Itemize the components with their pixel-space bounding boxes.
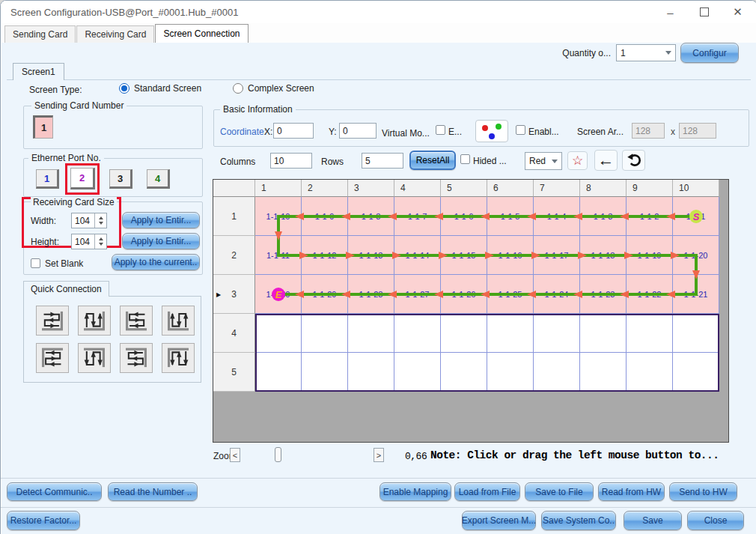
zoom-in-button[interactable]: > bbox=[374, 448, 384, 462]
apply-width-button[interactable]: Apply to Entir... bbox=[122, 212, 200, 228]
zoom-slider-thumb[interactable] bbox=[275, 447, 281, 462]
grid-cell[interactable] bbox=[627, 353, 673, 392]
quick-connection-pattern-3-icon[interactable] bbox=[120, 306, 153, 336]
grid-cell[interactable]: 1-1-5 bbox=[487, 197, 534, 236]
apply-height-button[interactable]: Apply to Entir... bbox=[122, 233, 200, 249]
spinner-arrows-icon[interactable] bbox=[94, 213, 106, 228]
reset-all-button[interactable]: ResetAll bbox=[409, 151, 456, 170]
quick-connection-pattern-7-icon[interactable] bbox=[120, 343, 153, 373]
set-blank-checkbox[interactable] bbox=[31, 258, 40, 268]
quick-connection-pattern-1-icon[interactable] bbox=[36, 306, 69, 336]
grid-cell[interactable]: 1-1-20 bbox=[673, 236, 719, 275]
save-system-button[interactable]: Save System Co.. bbox=[541, 511, 616, 530]
line-color-select[interactable]: Red bbox=[525, 152, 562, 170]
grid-cell[interactable] bbox=[394, 353, 441, 392]
grid-cell[interactable]: 1-1-3 bbox=[580, 197, 627, 236]
load-from-file-button[interactable]: Load from File bbox=[454, 482, 520, 501]
columns-input[interactable] bbox=[270, 153, 312, 169]
grid-cell[interactable]: 1-1-29 bbox=[302, 275, 348, 314]
send-to-hw-button[interactable]: Send to HW bbox=[669, 482, 737, 501]
grid-cell[interactable] bbox=[580, 353, 627, 392]
grid-cell[interactable] bbox=[580, 314, 627, 353]
quantity-select[interactable]: 1 bbox=[616, 44, 676, 61]
maximize-icon[interactable] bbox=[687, 1, 721, 23]
radio-complex-screen[interactable]: Complex Screen bbox=[233, 83, 314, 94]
tab-receiving-card[interactable]: Receiving Card bbox=[76, 25, 154, 43]
grid-cell[interactable]: 1-1-30 bbox=[255, 275, 302, 314]
grid-cell[interactable]: 1-1-11 bbox=[255, 236, 302, 275]
tab-screen-connection[interactable]: Screen Connection bbox=[155, 24, 248, 43]
grid-cell[interactable]: 1-1-6 bbox=[441, 197, 487, 236]
enable-checkbox[interactable] bbox=[516, 125, 525, 135]
ethernet-port-2-button[interactable]: 2 bbox=[70, 168, 95, 189]
coordinate-y-input[interactable] bbox=[339, 123, 377, 139]
read-from-hw-button[interactable]: Read from HW bbox=[598, 482, 665, 501]
grid-cell[interactable]: 1-1-9 bbox=[302, 197, 348, 236]
grid-cell[interactable] bbox=[487, 353, 534, 392]
quick-connection-pattern-8-icon[interactable] bbox=[162, 343, 195, 373]
back-arrow-icon[interactable]: ← bbox=[594, 150, 618, 171]
zoom-out-button[interactable]: < bbox=[230, 448, 240, 462]
grid-cell[interactable]: 1-1-8 bbox=[348, 197, 394, 236]
ethernet-port-3-button[interactable]: 3 bbox=[109, 169, 132, 189]
grid-cell[interactable]: 1-1-26 bbox=[441, 275, 487, 314]
sending-card-1-button[interactable]: 1 bbox=[33, 115, 53, 139]
grid-cell[interactable] bbox=[348, 353, 394, 392]
close-icon[interactable]: ✕ bbox=[721, 1, 755, 23]
grid-cell[interactable] bbox=[487, 314, 534, 353]
grid-cell[interactable]: 1-1-17 bbox=[534, 236, 580, 275]
grid-cell[interactable]: 1-1-19 bbox=[627, 236, 673, 275]
grid-cell[interactable] bbox=[394, 314, 441, 353]
export-screen-button[interactable]: Export Screen M... bbox=[462, 511, 536, 530]
quick-connection-pattern-2-icon[interactable] bbox=[78, 306, 111, 336]
grid-cell[interactable]: 1-1-4 bbox=[534, 197, 580, 236]
grid-cell[interactable] bbox=[348, 314, 394, 353]
ethernet-port-1-button[interactable]: 1 bbox=[36, 169, 59, 189]
grid-cell[interactable]: 1-1-13 bbox=[348, 236, 394, 275]
grid-cell[interactable]: 1-1-2 bbox=[627, 197, 673, 236]
close-button[interactable]: Close bbox=[687, 511, 744, 530]
quick-connection-pattern-5-icon[interactable] bbox=[36, 343, 69, 373]
grid-cell[interactable]: 1-1-14 bbox=[394, 236, 441, 275]
coordinate-x-input[interactable] bbox=[273, 123, 314, 139]
star-icon[interactable]: ☆ bbox=[567, 151, 588, 170]
grid-cell[interactable] bbox=[255, 353, 302, 392]
grid-cell[interactable]: 1-1-23 bbox=[580, 275, 627, 314]
enable-mapping-button[interactable]: Enable Mapping bbox=[379, 482, 451, 501]
width-stepper[interactable]: 104 bbox=[71, 213, 107, 228]
grid-cell[interactable] bbox=[441, 353, 487, 392]
grid-cell[interactable]: 1-1-16 bbox=[487, 236, 534, 275]
grid-cell[interactable]: 1-1-18 bbox=[580, 236, 627, 275]
grid-cell[interactable]: 1-1-12 bbox=[302, 236, 348, 275]
grid-cell[interactable]: 1-1-28 bbox=[348, 275, 394, 314]
quick-connection-pattern-6-icon[interactable] bbox=[78, 343, 111, 373]
grid-cell[interactable]: 1-1-10 bbox=[255, 197, 302, 236]
grid-cell[interactable]: 1-1-22 bbox=[627, 275, 673, 314]
save-button[interactable]: Save bbox=[624, 511, 682, 530]
save-to-file-button[interactable]: Save to File bbox=[525, 482, 594, 501]
grid-cell[interactable] bbox=[673, 314, 719, 353]
grid-cell[interactable]: 1-1-1 bbox=[673, 197, 719, 236]
grid-cell[interactable] bbox=[534, 314, 580, 353]
height-stepper[interactable]: 104 bbox=[71, 234, 107, 249]
restore-factory-button[interactable]: Restore Factor... bbox=[7, 511, 80, 530]
grid-cell[interactable]: 1-1-7 bbox=[394, 197, 441, 236]
tab-screen1[interactable]: Screen1 bbox=[13, 63, 64, 80]
hided-checkbox[interactable] bbox=[460, 154, 470, 164]
grid-cell[interactable]: 1-1-27 bbox=[394, 275, 441, 314]
virtual-mode-checkbox[interactable] bbox=[436, 125, 445, 135]
undo-icon[interactable] bbox=[622, 150, 645, 171]
grid-cell[interactable]: 1-1-25 bbox=[487, 275, 534, 314]
grid-cell[interactable] bbox=[534, 353, 580, 392]
grid-cell[interactable] bbox=[441, 314, 487, 353]
grid-cell[interactable]: 1-1-21 bbox=[673, 275, 719, 314]
read-number-button[interactable]: Read the Number .. bbox=[108, 482, 198, 501]
quick-connection-pattern-4-icon[interactable] bbox=[162, 306, 195, 336]
grid-cell[interactable] bbox=[627, 314, 673, 353]
spinner-arrows-icon[interactable] bbox=[94, 234, 106, 249]
grid-cell[interactable] bbox=[302, 353, 348, 392]
apply-current-button[interactable]: Apply to the current.. bbox=[112, 254, 200, 270]
tab-sending-card[interactable]: Sending Card bbox=[4, 25, 76, 43]
grid-cell[interactable] bbox=[255, 314, 302, 353]
grid-cell[interactable] bbox=[302, 314, 348, 353]
